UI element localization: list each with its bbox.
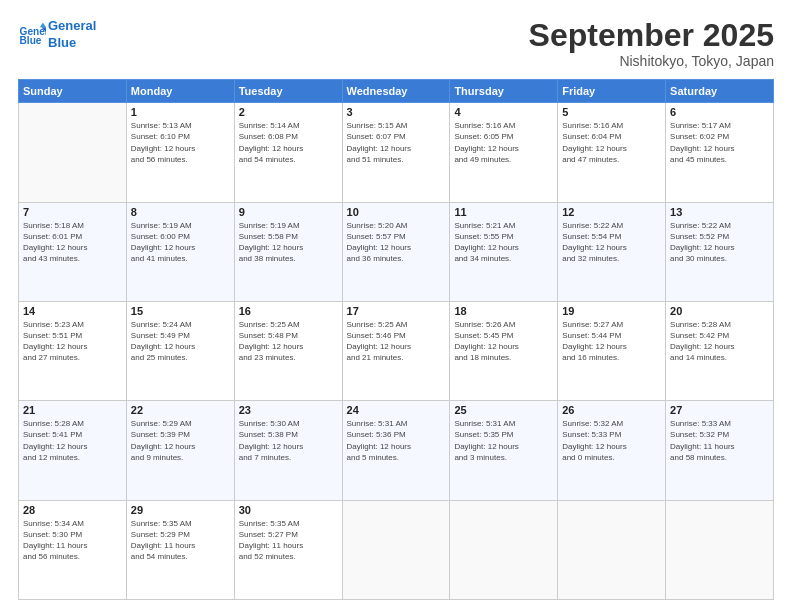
day-number: 14 [23,305,122,317]
calendar-cell: 24Sunrise: 5:31 AM Sunset: 5:36 PM Dayli… [342,401,450,500]
calendar-cell: 18Sunrise: 5:26 AM Sunset: 5:45 PM Dayli… [450,301,558,400]
day-info: Sunrise: 5:20 AM Sunset: 5:57 PM Dayligh… [347,220,446,265]
day-info: Sunrise: 5:17 AM Sunset: 6:02 PM Dayligh… [670,120,769,165]
day-number: 15 [131,305,230,317]
day-number: 3 [347,106,446,118]
location: Nishitokyo, Tokyo, Japan [529,53,774,69]
calendar-cell: 6Sunrise: 5:17 AM Sunset: 6:02 PM Daylig… [666,103,774,202]
calendar-cell: 8Sunrise: 5:19 AM Sunset: 6:00 PM Daylig… [126,202,234,301]
calendar-week-row: 28Sunrise: 5:34 AM Sunset: 5:30 PM Dayli… [19,500,774,599]
header: General Blue General Blue September 2025… [18,18,774,69]
day-number: 8 [131,206,230,218]
logo-icon: General Blue [18,21,46,49]
calendar-cell: 5Sunrise: 5:16 AM Sunset: 6:04 PM Daylig… [558,103,666,202]
day-number: 27 [670,404,769,416]
calendar-cell: 19Sunrise: 5:27 AM Sunset: 5:44 PM Dayli… [558,301,666,400]
day-number: 21 [23,404,122,416]
calendar-cell: 13Sunrise: 5:22 AM Sunset: 5:52 PM Dayli… [666,202,774,301]
calendar-cell [19,103,127,202]
header-day: Sunday [19,80,127,103]
day-number: 24 [347,404,446,416]
header-day: Friday [558,80,666,103]
month-title: September 2025 [529,18,774,53]
day-info: Sunrise: 5:28 AM Sunset: 5:41 PM Dayligh… [23,418,122,463]
day-info: Sunrise: 5:33 AM Sunset: 5:32 PM Dayligh… [670,418,769,463]
calendar-cell: 30Sunrise: 5:35 AM Sunset: 5:27 PM Dayli… [234,500,342,599]
day-number: 20 [670,305,769,317]
day-info: Sunrise: 5:24 AM Sunset: 5:49 PM Dayligh… [131,319,230,364]
header-day: Monday [126,80,234,103]
day-info: Sunrise: 5:22 AM Sunset: 5:52 PM Dayligh… [670,220,769,265]
calendar-cell [342,500,450,599]
header-day: Wednesday [342,80,450,103]
day-info: Sunrise: 5:22 AM Sunset: 5:54 PM Dayligh… [562,220,661,265]
day-number: 6 [670,106,769,118]
day-info: Sunrise: 5:31 AM Sunset: 5:36 PM Dayligh… [347,418,446,463]
calendar-cell: 12Sunrise: 5:22 AM Sunset: 5:54 PM Dayli… [558,202,666,301]
day-info: Sunrise: 5:14 AM Sunset: 6:08 PM Dayligh… [239,120,338,165]
calendar-cell: 10Sunrise: 5:20 AM Sunset: 5:57 PM Dayli… [342,202,450,301]
day-info: Sunrise: 5:13 AM Sunset: 6:10 PM Dayligh… [131,120,230,165]
calendar-header: SundayMondayTuesdayWednesdayThursdayFrid… [19,80,774,103]
calendar-cell: 20Sunrise: 5:28 AM Sunset: 5:42 PM Dayli… [666,301,774,400]
day-info: Sunrise: 5:35 AM Sunset: 5:29 PM Dayligh… [131,518,230,563]
calendar-cell: 3Sunrise: 5:15 AM Sunset: 6:07 PM Daylig… [342,103,450,202]
calendar-cell: 26Sunrise: 5:32 AM Sunset: 5:33 PM Dayli… [558,401,666,500]
calendar-body: 1Sunrise: 5:13 AM Sunset: 6:10 PM Daylig… [19,103,774,600]
day-number: 11 [454,206,553,218]
day-number: 12 [562,206,661,218]
day-info: Sunrise: 5:23 AM Sunset: 5:51 PM Dayligh… [23,319,122,364]
calendar-cell: 22Sunrise: 5:29 AM Sunset: 5:39 PM Dayli… [126,401,234,500]
day-info: Sunrise: 5:19 AM Sunset: 6:00 PM Dayligh… [131,220,230,265]
header-row: SundayMondayTuesdayWednesdayThursdayFrid… [19,80,774,103]
day-number: 26 [562,404,661,416]
calendar-cell: 16Sunrise: 5:25 AM Sunset: 5:48 PM Dayli… [234,301,342,400]
day-info: Sunrise: 5:31 AM Sunset: 5:35 PM Dayligh… [454,418,553,463]
calendar-cell: 15Sunrise: 5:24 AM Sunset: 5:49 PM Dayli… [126,301,234,400]
calendar-week-row: 1Sunrise: 5:13 AM Sunset: 6:10 PM Daylig… [19,103,774,202]
logo-text-general: General [48,18,96,35]
calendar-week-row: 21Sunrise: 5:28 AM Sunset: 5:41 PM Dayli… [19,401,774,500]
calendar-cell: 11Sunrise: 5:21 AM Sunset: 5:55 PM Dayli… [450,202,558,301]
day-number: 19 [562,305,661,317]
header-day: Saturday [666,80,774,103]
calendar-cell: 28Sunrise: 5:34 AM Sunset: 5:30 PM Dayli… [19,500,127,599]
calendar-cell [666,500,774,599]
day-number: 10 [347,206,446,218]
calendar-cell: 9Sunrise: 5:19 AM Sunset: 5:58 PM Daylig… [234,202,342,301]
day-info: Sunrise: 5:18 AM Sunset: 6:01 PM Dayligh… [23,220,122,265]
calendar-cell: 4Sunrise: 5:16 AM Sunset: 6:05 PM Daylig… [450,103,558,202]
day-number: 2 [239,106,338,118]
day-info: Sunrise: 5:21 AM Sunset: 5:55 PM Dayligh… [454,220,553,265]
day-info: Sunrise: 5:15 AM Sunset: 6:07 PM Dayligh… [347,120,446,165]
calendar-week-row: 14Sunrise: 5:23 AM Sunset: 5:51 PM Dayli… [19,301,774,400]
day-number: 4 [454,106,553,118]
day-number: 25 [454,404,553,416]
day-info: Sunrise: 5:25 AM Sunset: 5:46 PM Dayligh… [347,319,446,364]
header-day: Thursday [450,80,558,103]
day-info: Sunrise: 5:16 AM Sunset: 6:04 PM Dayligh… [562,120,661,165]
day-number: 29 [131,504,230,516]
day-info: Sunrise: 5:29 AM Sunset: 5:39 PM Dayligh… [131,418,230,463]
calendar-week-row: 7Sunrise: 5:18 AM Sunset: 6:01 PM Daylig… [19,202,774,301]
day-number: 30 [239,504,338,516]
calendar-cell: 1Sunrise: 5:13 AM Sunset: 6:10 PM Daylig… [126,103,234,202]
day-number: 7 [23,206,122,218]
day-number: 16 [239,305,338,317]
calendar-cell [558,500,666,599]
svg-marker-2 [40,22,46,27]
calendar-cell: 25Sunrise: 5:31 AM Sunset: 5:35 PM Dayli… [450,401,558,500]
day-number: 17 [347,305,446,317]
day-info: Sunrise: 5:26 AM Sunset: 5:45 PM Dayligh… [454,319,553,364]
day-info: Sunrise: 5:25 AM Sunset: 5:48 PM Dayligh… [239,319,338,364]
calendar-cell [450,500,558,599]
calendar-cell: 23Sunrise: 5:30 AM Sunset: 5:38 PM Dayli… [234,401,342,500]
svg-text:Blue: Blue [20,35,42,46]
day-number: 28 [23,504,122,516]
day-info: Sunrise: 5:30 AM Sunset: 5:38 PM Dayligh… [239,418,338,463]
day-number: 23 [239,404,338,416]
calendar-cell: 27Sunrise: 5:33 AM Sunset: 5:32 PM Dayli… [666,401,774,500]
day-info: Sunrise: 5:19 AM Sunset: 5:58 PM Dayligh… [239,220,338,265]
day-number: 13 [670,206,769,218]
calendar-table: SundayMondayTuesdayWednesdayThursdayFrid… [18,79,774,600]
